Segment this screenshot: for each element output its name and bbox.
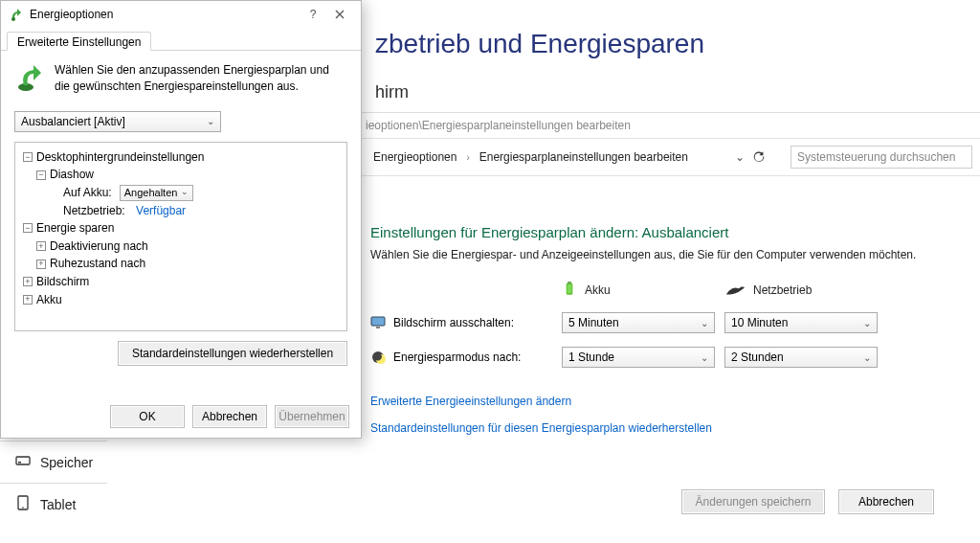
sidebar-item-label: Speicher	[40, 455, 93, 470]
plan-grid: Akku Netzbetrieb Bildschirm ausschalten:…	[370, 281, 945, 368]
sidebar-item-label: Tablet	[40, 497, 76, 512]
chevron-down-icon[interactable]: ⌄	[727, 150, 752, 164]
tree-deactivate-after[interactable]: + Deaktivierung nach	[23, 238, 339, 256]
settings-sidebar: Speicher Tablet	[0, 441, 107, 525]
svg-rect-3	[371, 317, 385, 326]
display-off-ac-combo[interactable]: 10 Minuten ⌄	[724, 312, 878, 333]
tree-diashow[interactable]: − Diashow	[23, 166, 339, 184]
plan-selector-value: Ausbalanciert [Aktiv]	[21, 115, 125, 128]
expand-icon[interactable]: +	[36, 241, 46, 251]
row-sleep: Energiesparmodus nach:	[370, 350, 552, 365]
energy-large-icon	[14, 62, 45, 93]
plug-icon	[724, 283, 746, 297]
expand-icon[interactable]: +	[23, 295, 33, 305]
ok-button[interactable]: OK	[110, 405, 185, 428]
tree-energy-save[interactable]: − Energie sparen	[23, 219, 339, 238]
save-changes-button[interactable]: Änderungen speichern	[681, 489, 825, 514]
dialog-titlebar[interactable]: Energieoptionen ?	[1, 1, 361, 28]
tab-advanced-settings[interactable]: Erweiterte Einstellungen	[7, 32, 151, 51]
dialog-buttons: OK Abbrechen Übernehmen	[110, 405, 349, 428]
storage-icon	[15, 453, 31, 471]
tree-label: Desktophintergrundeinstellungen	[36, 148, 204, 167]
tree-on-ac[interactable]: Netzbetrieb: Verfügbar	[23, 202, 339, 220]
sleep-battery-combo[interactable]: 1 Stunde ⌄	[562, 347, 715, 368]
settings-tree[interactable]: − Desktophintergrundeinstellungen − Dias…	[14, 142, 347, 331]
on-ac-value[interactable]: Verfügbar	[136, 202, 186, 220]
collapse-icon[interactable]: −	[36, 170, 46, 180]
on-battery-value-combo[interactable]: Angehalten ⌄	[120, 185, 194, 201]
tree-prop-label: Auf Akku:	[63, 184, 112, 202]
tree-label: Deaktivierung nach	[50, 238, 148, 256]
chevron-right-icon: ›	[466, 152, 469, 163]
svg-rect-7	[18, 462, 21, 464]
column-battery: Akku	[562, 281, 715, 299]
sleep-icon	[370, 350, 386, 365]
svg-rect-0	[568, 282, 571, 283]
dialog-tabbar: Erweiterte Einstellungen	[1, 28, 361, 51]
sleep-ac-value: 2 Stunden	[731, 351, 784, 364]
restore-plan-defaults-link[interactable]: Standardeinstellungen für diesen Energie…	[370, 421, 980, 435]
display-off-battery-value: 5 Minuten	[568, 316, 619, 329]
expand-icon[interactable]: +	[36, 260, 46, 269]
sleep-ac-combo[interactable]: 2 Stunden ⌄	[724, 347, 878, 368]
cancel-button[interactable]: Abbrechen	[838, 489, 934, 514]
chevron-down-icon: ⌄	[701, 352, 708, 363]
tree-battery[interactable]: + Akku	[23, 291, 339, 309]
tree-label: Akku	[36, 291, 62, 309]
dialog-title: Energieoptionen	[30, 8, 113, 21]
close-button[interactable]	[326, 4, 353, 25]
plan-description: Wählen Sie die Energiespar- und Anzeigee…	[370, 248, 945, 261]
sidebar-item-storage[interactable]: Speicher	[0, 441, 107, 483]
column-ac-label: Netzbetrieb	[753, 283, 812, 297]
energy-app-icon	[9, 7, 24, 22]
svg-rect-6	[16, 457, 30, 464]
chevron-down-icon: ⌄	[863, 352, 871, 363]
svg-rect-4	[376, 327, 380, 328]
dialog-cancel-button[interactable]: Abbrechen	[192, 405, 267, 428]
tree-on-battery[interactable]: Auf Akku: Angehalten ⌄	[23, 184, 339, 202]
tree-label: Energie sparen	[36, 219, 114, 238]
column-battery-label: Akku	[585, 283, 611, 297]
tree-label: Ruhezustand nach	[50, 255, 145, 273]
apply-button[interactable]: Übernehmen	[275, 405, 349, 428]
svg-point-9	[22, 507, 24, 509]
chevron-down-icon: ⌄	[701, 318, 708, 328]
chevron-down-icon: ⌄	[181, 186, 189, 199]
collapse-icon[interactable]: −	[23, 152, 33, 162]
plan-selector-combo[interactable]: Ausbalanciert [Aktiv] ⌄	[14, 111, 221, 132]
collapse-icon[interactable]: −	[23, 223, 33, 233]
plan-settings: Einstellungen für Energiesparplan ändern…	[370, 224, 945, 368]
display-off-ac-value: 10 Minuten	[731, 316, 788, 329]
page-title: zbetrieb und Energiesparen	[375, 0, 980, 69]
advanced-settings-link[interactable]: Erweiterte Energieeinstellungen ändern	[370, 395, 980, 408]
restore-defaults-button[interactable]: Standardeinstellungen wiederherstellen	[118, 341, 347, 366]
plan-links: Erweiterte Energieeinstellungen ändern S…	[370, 395, 980, 435]
row-display-off-label: Bildschirm ausschalten:	[393, 316, 514, 329]
help-button[interactable]: ?	[300, 4, 326, 25]
page-button-bar: Änderungen speichern Abbrechen	[681, 489, 934, 514]
row-display-off: Bildschirm ausschalten:	[370, 315, 552, 330]
dialog-intro: Wählen Sie den anzupassenden Energiespar…	[14, 62, 347, 96]
tree-prop-label: Netzbetrieb:	[63, 202, 125, 220]
energy-options-dialog: Energieoptionen ? Erweiterte Einstellung…	[0, 0, 362, 439]
tree-label: Diashow	[50, 166, 94, 184]
tree-desktop-bg[interactable]: − Desktophintergrundeinstellungen	[23, 148, 339, 167]
refresh-button[interactable]	[752, 150, 791, 164]
on-battery-value: Angehalten	[124, 185, 178, 201]
dialog-intro-text: Wählen Sie den anzupassenden Energiespar…	[55, 62, 347, 96]
chevron-down-icon: ⌄	[207, 116, 214, 126]
tree-hibernate-after[interactable]: + Ruhezustand nach	[23, 255, 339, 273]
crumb-plan-edit[interactable]: Energiesparplaneinstellungen bearbeiten	[479, 150, 688, 164]
display-off-battery-combo[interactable]: 5 Minuten ⌄	[562, 312, 715, 333]
search-input[interactable]: Systemsteuerung durchsuchen	[791, 146, 972, 169]
sidebar-item-tablet[interactable]: Tablet	[0, 484, 107, 525]
crumb-energy[interactable]: Energieoptionen	[373, 150, 457, 164]
tree-display[interactable]: + Bildschirm	[23, 273, 339, 291]
plan-heading: Einstellungen für Energiesparplan ändern…	[370, 224, 945, 240]
chevron-down-icon: ⌄	[863, 318, 871, 328]
restore-row: Standardeinstellungen wiederherstellen	[14, 341, 347, 366]
tree-label: Bildschirm	[36, 273, 89, 291]
expand-icon[interactable]: +	[23, 277, 33, 286]
sleep-battery-value: 1 Stunde	[568, 351, 614, 364]
svg-point-10	[11, 17, 15, 21]
